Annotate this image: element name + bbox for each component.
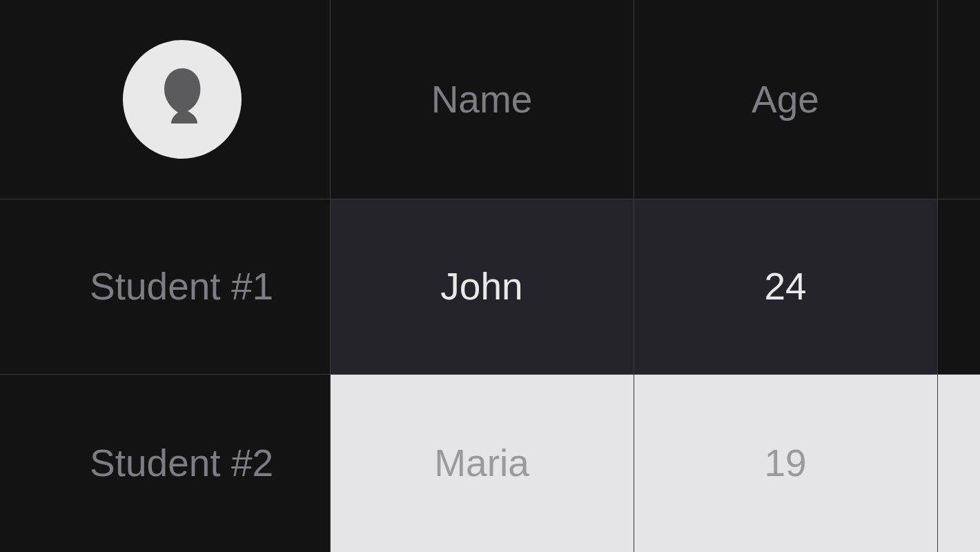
name-cell: Maria bbox=[330, 374, 634, 552]
column-header-label: Name bbox=[431, 78, 533, 121]
column-header-name: Name bbox=[330, 0, 634, 199]
column-header-tail bbox=[937, 0, 980, 199]
tail-cell bbox=[937, 199, 980, 374]
person-avatar bbox=[123, 40, 242, 159]
row-label-cell: Student #2 bbox=[0, 374, 330, 552]
table-row: Student #1 John 24 bbox=[0, 199, 980, 374]
age-value: 19 bbox=[764, 442, 806, 484]
table-header-row: Name Age bbox=[0, 0, 980, 199]
age-cell: 24 bbox=[634, 199, 937, 374]
students-table: Name Age Student #1 John 24 Student #2 M… bbox=[0, 0, 980, 552]
avatar-header-cell bbox=[0, 0, 330, 199]
row-label: Student #1 bbox=[90, 265, 273, 308]
name-value: John bbox=[440, 265, 522, 308]
table-row: Student #2 Maria 19 bbox=[0, 374, 980, 552]
column-header-label: Age bbox=[752, 78, 819, 121]
tail-cell bbox=[937, 374, 980, 552]
column-header-age: Age bbox=[634, 0, 937, 199]
name-cell: John bbox=[330, 199, 634, 374]
age-value: 24 bbox=[764, 265, 806, 308]
age-cell: 19 bbox=[634, 374, 937, 552]
person-icon bbox=[148, 60, 217, 138]
row-label-cell: Student #1 bbox=[0, 199, 330, 374]
name-value: Maria bbox=[434, 442, 529, 484]
row-label: Student #2 bbox=[90, 442, 273, 484]
